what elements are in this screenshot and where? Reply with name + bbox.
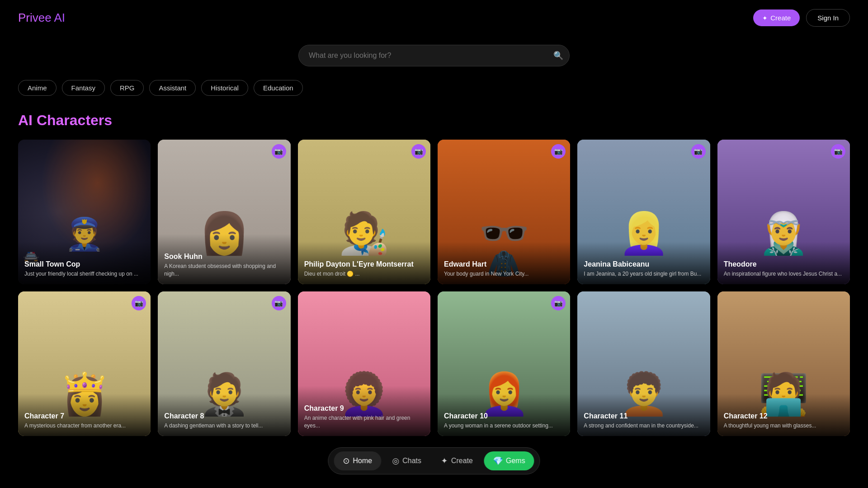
camera-icon: 📷 [831, 144, 845, 159]
card-info: Theodore An inspirational figure who lov… [717, 242, 850, 284]
card-philip-dayton[interactable]: 🧑‍🎨 📷 Philip Dayton L'Eyre Montserrat Di… [298, 140, 430, 284]
header-actions: ✦ Create Sign In [753, 9, 850, 27]
card-desc: A strong and confident man in the countr… [584, 422, 703, 430]
card-name: Character 10 [444, 412, 564, 420]
create-icon: ✦ [441, 456, 448, 466]
card-info: Small Town Cop Just your friendly local … [18, 242, 151, 284]
filter-tags: Anime Fantasy RPG Assistant Historical E… [0, 80, 868, 96]
card-desc: A dashing gentleman with a story to tell… [164, 422, 284, 430]
camera-icon: 📷 [272, 144, 286, 159]
cards-grid-row1: 👮 🚔 Small Town Cop Just your friendly lo… [0, 140, 868, 284]
card-name: Theodore [724, 260, 844, 268]
filter-rpg[interactable]: RPG [110, 80, 144, 96]
card-8[interactable]: 🤵 📷 Character 8 A dashing gentleman with… [158, 291, 290, 436]
app-logo: Privee AI [18, 11, 65, 25]
card-desc: Your body guard in New York City... [444, 270, 564, 278]
filter-fantasy[interactable]: Fantasy [62, 80, 105, 96]
cards-grid-row2: 👸 📷 Character 7 A mysterious character f… [0, 291, 868, 436]
nav-chats[interactable]: ◎ Chats [383, 451, 430, 470]
card-12[interactable]: 🧑‍💻 Character 12 A thoughtful young man … [717, 291, 850, 436]
nav-chats-label: Chats [402, 457, 421, 465]
card-desc: I am Jeanina, a 20 years old single girl… [584, 270, 703, 278]
card-9[interactable]: 👩‍🦱 Character 9 An anime character with … [298, 291, 430, 436]
card-name: Edward Hart [444, 260, 564, 268]
card-name: Character 8 [164, 412, 284, 420]
search-icon: 🔍 [553, 51, 563, 60]
card-10[interactable]: 👩‍🦰 📷 Character 10 A young woman in a se… [438, 291, 570, 436]
card-jeanina[interactable]: 👱‍♀️ 📷 Jeanina Babiceanu I am Jeanina, a… [577, 140, 710, 284]
bottom-nav: ⊙ Home ◎ Chats ✦ Create 💎 Gems [328, 447, 540, 474]
camera-icon: 📷 [691, 144, 706, 159]
camera-icon: 📷 [411, 144, 426, 159]
search-section: 🔍 [0, 45, 868, 66]
card-info: Character 8 A dashing gentleman with a s… [158, 394, 290, 436]
card-info: Character 12 A thoughtful young man with… [717, 394, 850, 436]
card-name: Character 7 [24, 412, 144, 420]
card-name: Jeanina Babiceanu [584, 260, 703, 268]
search-container: 🔍 [298, 45, 570, 66]
header: Privee AI ✦ Create Sign In [0, 0, 868, 36]
card-name: Character 11 [584, 412, 703, 420]
card-11[interactable]: 🧑‍🦱 Character 11 A strong and confident … [577, 291, 710, 436]
nav-home[interactable]: ⊙ Home [334, 451, 381, 470]
card-name: Small Town Cop [24, 260, 144, 268]
card-desc: A thoughtful young man with glasses... [724, 422, 844, 430]
filter-anime[interactable]: Anime [18, 80, 57, 96]
card-info: Character 9 An anime character with pink… [298, 386, 430, 436]
section-title: AI Characters [0, 112, 868, 129]
nav-create-label: Create [451, 457, 473, 465]
chats-icon: ◎ [392, 456, 399, 466]
nav-gems-label: Gems [506, 457, 525, 465]
card-desc: An inspirational figure who loves Jesus … [724, 270, 844, 278]
card-name: Philip Dayton L'Eyre Montserrat [304, 260, 424, 268]
filter-education[interactable]: Education [254, 80, 303, 96]
gems-icon: 💎 [493, 456, 503, 466]
card-info: Character 7 A mysterious character from … [18, 394, 151, 436]
card-name: Character 12 [724, 412, 844, 420]
card-info: Sook Huhn A Korean student obsessed with… [158, 234, 290, 284]
card-name: Character 9 [304, 404, 424, 413]
nav-create[interactable]: ✦ Create [432, 451, 482, 470]
card-info: Philip Dayton L'Eyre Montserrat Dieu et … [298, 242, 430, 284]
filter-assistant[interactable]: Assistant [149, 80, 196, 96]
card-name: Sook Huhn [164, 252, 284, 261]
card-sook-huhn[interactable]: 👩 📷 Sook Huhn A Korean student obsessed … [158, 140, 290, 284]
card-desc: A young woman in a serene outdoor settin… [444, 422, 564, 430]
card-desc: An anime character with pink hair and gr… [304, 414, 424, 430]
card-edward-hart[interactable]: 🕶️ 🧥 📷 Edward Hart Your body guard in Ne… [438, 140, 570, 284]
filter-historical[interactable]: Historical [201, 80, 248, 96]
card-desc: Dieu et mon droit 🟡 ... [304, 270, 424, 278]
camera-icon: 📷 [272, 296, 286, 310]
search-button[interactable]: 🔍 [553, 51, 563, 61]
card-info: Character 10 A young woman in a serene o… [438, 394, 570, 436]
card-info: Character 11 A strong and confident man … [577, 394, 710, 436]
card-desc: A Korean student obsessed with shopping … [164, 263, 284, 278]
card-7[interactable]: 👸 📷 Character 7 A mysterious character f… [18, 291, 151, 436]
signin-button[interactable]: Sign In [806, 9, 850, 27]
header-create-button[interactable]: ✦ Create [753, 9, 800, 26]
card-theodore[interactable]: 🧝‍♂️ 📷 Theodore An inspirational figure … [717, 140, 850, 284]
search-input[interactable] [298, 45, 570, 66]
sparkle-icon: ✦ [762, 14, 768, 22]
nav-gems[interactable]: 💎 Gems [484, 451, 534, 470]
nav-home-label: Home [353, 457, 372, 465]
card-small-town-cop[interactable]: 👮 🚔 Small Town Cop Just your friendly lo… [18, 140, 151, 284]
card-info: Edward Hart Your body guard in New York … [438, 242, 570, 284]
home-icon: ⊙ [343, 456, 349, 466]
card-info: Jeanina Babiceanu I am Jeanina, a 20 yea… [577, 242, 710, 284]
card-desc: Just your friendly local sheriff checkin… [24, 270, 144, 278]
card-desc: A mysterious character from another era.… [24, 422, 144, 430]
